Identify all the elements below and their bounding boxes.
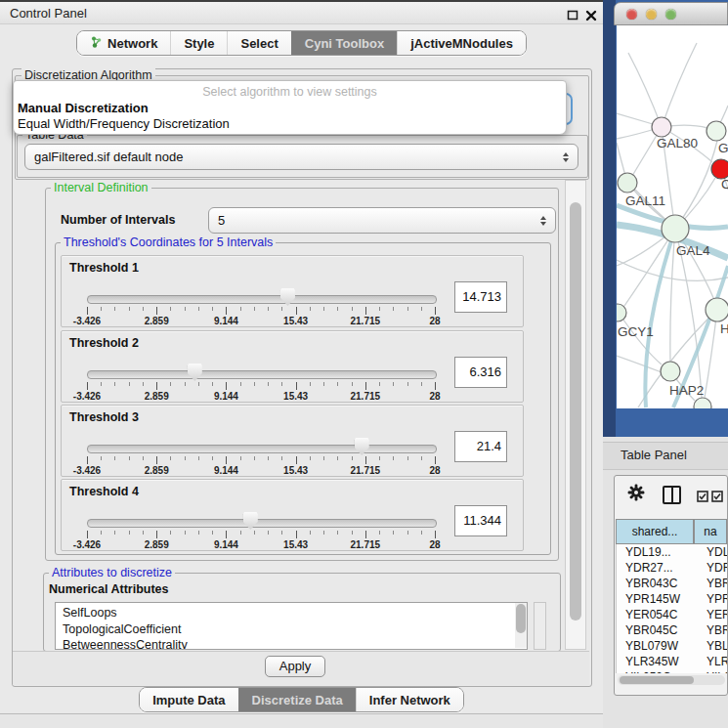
tick-mark: [254, 531, 255, 535]
tab-style[interactable]: Style: [170, 31, 227, 55]
slider-track[interactable]: [87, 445, 437, 453]
network-node-label: GAL11: [625, 193, 665, 208]
number-of-intervals-combobox[interactable]: 5: [208, 207, 556, 234]
tab-impute-data[interactable]: Impute Data: [140, 688, 237, 711]
slider-track[interactable]: [87, 519, 437, 528]
column-header-na[interactable]: na: [694, 519, 727, 544]
network-window-titlebar[interactable]: [614, 2, 728, 25]
popup-option-manual-discretization[interactable]: Manual Discretization: [17, 101, 561, 115]
scale-label: 21.715: [351, 316, 381, 326]
numerical-attributes-list[interactable]: SelfLoopsTopologicalCoefficientBetweenne…: [55, 602, 528, 650]
scrollbar-thumb[interactable]: [516, 604, 526, 633]
tab-network[interactable]: Network: [77, 31, 170, 55]
tick-mark: [226, 531, 227, 538]
table-cell: YDL19...: [617, 544, 704, 560]
close-traffic-light-icon[interactable]: [626, 9, 637, 20]
attribute-list-item[interactable]: BetweennessCentrality: [56, 637, 527, 650]
popup-option-equal-width-frequency[interactable]: Equal Width/Frequency Discretization: [17, 116, 561, 131]
tick-mark: [185, 382, 186, 386]
network-canvas[interactable]: GAL80GCGAL11GAL4GCY1HHAP2: [617, 25, 728, 408]
tick-mark: [254, 456, 255, 460]
vertical-scrollbar[interactable]: [565, 180, 586, 650]
node-gal11[interactable]: [618, 173, 637, 193]
tick-mark: [156, 456, 157, 464]
node-upper-right[interactable]: [707, 121, 726, 141]
table-row[interactable]: YPR145WYPR1: [617, 591, 727, 607]
combo-arrows-icon: [563, 152, 569, 162]
slider-ticks: [87, 307, 435, 316]
table-row[interactable]: YBR045CYBR0: [617, 622, 727, 638]
threshold-value-field[interactable]: 21.4: [454, 431, 507, 462]
maximize-traffic-light-icon[interactable]: [665, 9, 676, 20]
gear-icon[interactable]: [627, 484, 645, 505]
table-panel-titlebar: Table Panel: [603, 442, 728, 470]
checkbox-checked-icon[interactable]: [711, 489, 723, 506]
tick-mark: [198, 456, 199, 460]
threshold-value-field[interactable]: 14.713: [454, 281, 507, 313]
table-horizontal-scrollbar[interactable]: [618, 675, 725, 685]
tab-infer-network[interactable]: Infer Network: [356, 688, 463, 711]
threshold-value-field[interactable]: 11.344: [454, 505, 507, 536]
tick-mark: [268, 531, 269, 535]
node-red[interactable]: [711, 159, 728, 179]
checkbox-checked-icon[interactable]: [697, 489, 708, 506]
node-right-mid[interactable]: [706, 298, 728, 321]
tick-mark: [281, 382, 282, 386]
node-bottom[interactable]: [694, 398, 711, 408]
minimize-traffic-light-icon[interactable]: [646, 9, 657, 20]
tick-mark: [212, 531, 213, 535]
tick-mark: [407, 382, 408, 386]
slider-track[interactable]: [87, 295, 437, 304]
table-data-combobox[interactable]: galFiltered.sif default node: [24, 144, 578, 170]
apply-button[interactable]: Apply: [265, 656, 325, 677]
attributes-list-scrollbar[interactable]: [515, 603, 527, 648]
tick-mark: [407, 531, 408, 535]
tab-discretize-data[interactable]: Discretize Data: [238, 688, 356, 711]
table-row[interactable]: YER054CYER0: [617, 607, 727, 622]
tick-mark: [254, 307, 255, 311]
tick-mark: [296, 382, 297, 390]
attributes-side-scrollbar[interactable]: [534, 602, 546, 650]
tick-mark: [268, 456, 269, 460]
tab-jactivemnodules[interactable]: jActiveMNodules: [397, 31, 526, 55]
attribute-list-item[interactable]: TopologicalCoefficient: [56, 621, 527, 638]
top-tab-bar: NetworkStyleSelectCyni ToolboxjActiveMNo…: [0, 30, 603, 56]
slider-scale-labels: -3.4262.8599.14415.4321.71528: [87, 539, 435, 551]
node-gal80[interactable]: [652, 117, 671, 137]
tab-select[interactable]: Select: [227, 31, 290, 55]
tick-mark: [435, 456, 436, 464]
tick-mark: [407, 307, 408, 311]
table-panel-box: shared...na YDL19...YDL1YDR27...YDR2YBR0…: [614, 475, 728, 696]
table-row[interactable]: YBR043CYBR0: [617, 576, 727, 591]
tick-mark: [101, 307, 102, 311]
table-row[interactable]: YBL079WYBL0: [617, 638, 727, 654]
tick-mark: [310, 307, 311, 311]
tick-mark: [212, 456, 213, 460]
attribute-list-item[interactable]: SelfLoops: [56, 605, 527, 621]
tab-label: Select: [240, 36, 278, 51]
tab-label: Impute Data: [152, 693, 225, 707]
table-row[interactable]: YDL19...YDL1: [617, 544, 727, 560]
table-row[interactable]: YIL052CYIL0: [617, 669, 727, 673]
scale-label: 28: [429, 391, 440, 402]
scrollbar-thumb[interactable]: [620, 676, 694, 684]
node-hap2[interactable]: [661, 362, 680, 381]
scrollbar-thumb[interactable]: [570, 202, 581, 621]
table-row[interactable]: YLR345WYLR3: [617, 654, 727, 669]
tab-cyni-toolbox[interactable]: Cyni Toolbox: [291, 31, 397, 55]
split-columns-icon[interactable]: [663, 486, 681, 504]
node-gal4[interactable]: [662, 215, 689, 242]
close-icon[interactable]: [585, 8, 597, 20]
float-icon[interactable]: [567, 8, 578, 20]
tick-mark: [379, 531, 380, 535]
tick-mark: [143, 307, 144, 311]
tick-mark: [296, 307, 297, 315]
column-header-shared-[interactable]: shared...: [616, 519, 694, 544]
scale-label: -3.426: [73, 539, 101, 550]
table-row[interactable]: YDR27...YDR2: [617, 560, 727, 576]
tick-mark: [185, 456, 186, 460]
slider-ticks: [87, 382, 435, 391]
node-gcy1[interactable]: [617, 304, 626, 321]
slider-track[interactable]: [87, 370, 437, 379]
threshold-value-field[interactable]: 6.316: [454, 357, 507, 388]
